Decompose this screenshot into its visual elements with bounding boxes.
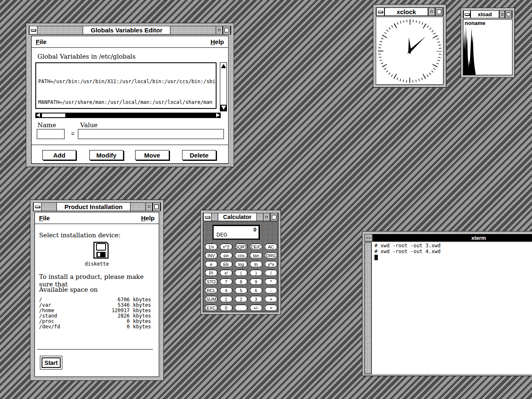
minimize-button[interactable] [263,213,270,221]
key-6[interactable]: 6 [250,287,262,293]
key-decimal[interactable]: . [235,305,247,311]
display-value: 0 [254,227,256,233]
variable-line[interactable]: PATH=/usr/bin:/usr/bin/X11:/usr/local/bi… [38,78,214,85]
value-input[interactable] [78,129,224,139]
xterm-titlebar[interactable]: xterm [373,234,532,241]
key-clear-entry[interactable]: CE/C [250,244,262,250]
minimize-button[interactable] [216,26,223,34]
key-sum[interactable]: SUM [205,296,217,302]
xload-window: xload noname [461,7,515,78]
scroll-left-icon[interactable] [36,113,40,117]
key-8[interactable]: 8 [235,278,247,285]
window-menu-button[interactable] [33,203,42,211]
variable-line[interactable]: MANPATH=/usr/share/man:/usr/local/man:/u… [38,99,214,106]
menu-help[interactable]: Help [210,38,224,45]
key-pi[interactable]: PI [205,270,217,276]
key-ee[interactable]: EE [220,261,232,267]
key-square[interactable]: x^2 [220,244,232,250]
calculator-body: 0 DEG 1/x x^2 SQRT CE/C AC INV sin cos t… [203,222,278,312]
minimize-button[interactable] [499,11,505,18]
variables-list[interactable]: PATH=/usr/bin:/usr/bin/X11:/usr/local/bi… [35,62,217,109]
key-cos[interactable]: cos [235,252,247,259]
minimize-button[interactable] [145,203,153,211]
key-reciprocal[interactable]: 1/x [205,244,217,250]
maximize-button[interactable] [435,8,443,15]
key-all-clear[interactable]: AC [265,244,277,250]
start-button[interactable]: Start [42,357,61,368]
size-unit: kbytes [133,324,151,330]
product-titlebar[interactable]: Product Installation [33,202,161,211]
horizontal-scrollbar[interactable] [35,113,221,118]
key-close-paren[interactable]: ) [250,270,262,276]
key-2[interactable]: 2 [235,296,247,302]
name-label: Name [37,121,56,129]
name-input[interactable] [37,129,65,139]
delete-button[interactable]: Delete [182,150,216,160]
key-drg[interactable]: DRG [265,252,277,259]
modify-button[interactable]: Modify [89,150,123,160]
menu-help[interactable]: Help [141,214,155,222]
window-menu-button[interactable] [365,234,372,241]
vertical-scrollbar[interactable] [220,62,227,111]
maximize-button[interactable] [223,26,231,34]
key-add[interactable]: + [265,296,277,302]
move-button[interactable]: Move [135,150,169,160]
xterm-scrollbar[interactable] [365,242,372,374]
key-factorial[interactable]: x! [220,270,232,276]
scroll-up-icon[interactable] [221,64,226,68]
scroll-right-icon[interactable] [216,113,220,117]
key-divide[interactable]: / [265,270,277,276]
window-title: Product Installation [57,203,131,211]
key-plus-minus[interactable]: +/- [250,305,262,311]
scroll-down-button[interactable] [220,105,227,111]
window-menu-button[interactable] [29,26,37,34]
key-open-paren[interactable]: ( [235,270,247,276]
key-rcl[interactable]: RCL [205,287,217,293]
key-equals[interactable]: = [265,305,277,311]
globals-titlebar[interactable]: Globals Variables Editor [29,26,231,34]
xload-titlebar[interactable]: xload [463,10,512,18]
key-inv[interactable]: INV [205,252,217,259]
key-3[interactable]: 3 [250,296,262,302]
key-power[interactable]: y^x [265,261,277,267]
diskette-icon[interactable] [93,241,109,259]
key-subtract[interactable]: - [265,287,277,293]
menu-file[interactable]: File [39,214,50,222]
maximize-button[interactable] [270,213,278,221]
desktop: { "globals_window": { "title": "Globals … [0,0,532,399]
menu-file[interactable]: File [36,38,47,45]
add-button[interactable]: Add [42,150,76,160]
size-value: 0 [75,319,130,324]
xclock-titlebar[interactable]: xclock [376,7,443,16]
calculator-titlebar[interactable]: Calculator [203,213,278,221]
maximize-button[interactable] [505,11,512,18]
key-multiply[interactable]: * [265,278,277,285]
key-0[interactable]: 0 [220,305,232,311]
terminal-line: # xwd -root -out 4.xwd [374,249,532,255]
key-sqrt[interactable]: SQRT [235,244,247,250]
key-e[interactable]: e [205,261,217,267]
scrollbar-thumb[interactable] [42,113,66,118]
titlebar-fill [170,26,216,34]
window-menu-button[interactable] [463,11,470,18]
key-4[interactable]: 4 [220,287,232,293]
maximize-button[interactable] [153,203,160,211]
key-sin[interactable]: sin [220,252,232,259]
separator [37,349,153,350]
equals-sign: = [71,131,74,137]
window-menu-button[interactable] [376,8,384,15]
key-sto[interactable]: STO [205,278,217,285]
terminal-content[interactable]: # xwd -root -out 3.xwd # xwd -root -out … [372,242,532,374]
key-ln[interactable]: ln [250,261,262,267]
key-log[interactable]: log [235,261,247,267]
key-5[interactable]: 5 [235,287,247,293]
key-9[interactable]: 9 [250,278,262,285]
key-7[interactable]: 7 [220,278,232,285]
key-1[interactable]: 1 [220,296,232,302]
minimize-icon [501,13,503,15]
minimize-button[interactable] [428,8,435,15]
window-menu-button[interactable] [203,213,212,221]
key-exc[interactable]: EXC [205,305,217,311]
start-button-focus-frame: Start [40,356,62,369]
key-tan[interactable]: tan [250,252,262,259]
